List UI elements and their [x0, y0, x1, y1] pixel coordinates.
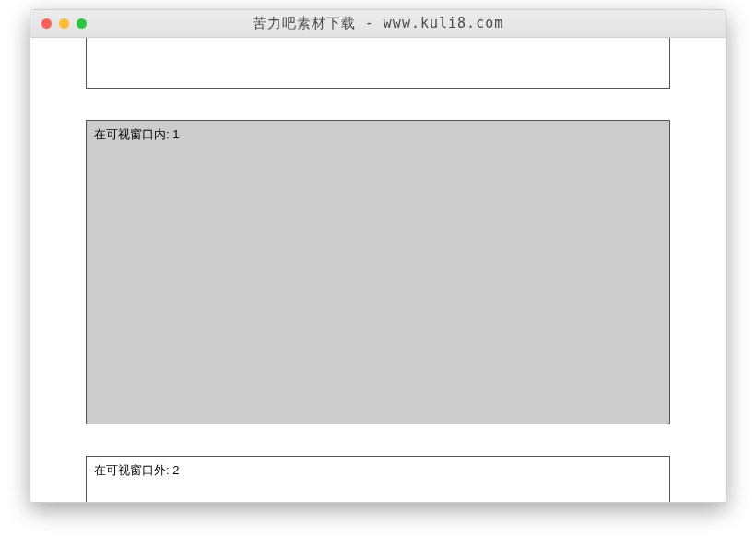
demo-box-2: 在可视窗口外: 2: [86, 456, 670, 502]
window-title: 苦力吧素材下载 - www.kuli8.com: [30, 15, 726, 32]
demo-box-1: 在可视窗口内: 1: [86, 120, 670, 424]
traffic-lights: [30, 18, 87, 29]
browser-window: 苦力吧素材下载 - www.kuli8.com 在可视窗口内: 1 在可视窗口外…: [30, 9, 726, 503]
demo-box-0: [86, 38, 670, 89]
content-area[interactable]: 在可视窗口内: 1 在可视窗口外: 2: [30, 38, 726, 502]
box-label: 在可视窗口内: 1: [94, 127, 179, 141]
scroll-container: 在可视窗口内: 1 在可视窗口外: 2: [30, 38, 726, 502]
box-label: 在可视窗口外: 2: [94, 463, 179, 477]
close-icon[interactable]: [41, 18, 52, 29]
minimize-icon[interactable]: [59, 18, 69, 29]
maximize-icon[interactable]: [77, 18, 87, 29]
titlebar: 苦力吧素材下载 - www.kuli8.com: [30, 10, 726, 38]
